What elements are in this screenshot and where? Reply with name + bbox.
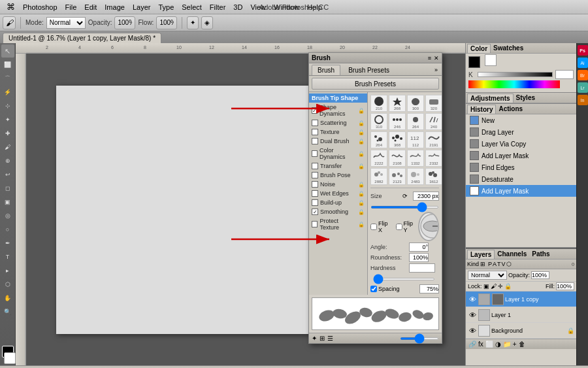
brush-option-shape-dynamics[interactable]: ✓ Shape Dynamics 🔒 bbox=[309, 103, 367, 118]
history-item-layer-via-copy[interactable]: Layer Via Copy bbox=[466, 138, 576, 150]
preset-12[interactable]: 368 bbox=[389, 131, 406, 148]
brush-option-texture[interactable]: Texture 🔒 bbox=[309, 127, 367, 137]
apple-icon[interactable]: ⌘ bbox=[3, 1, 19, 13]
preset-14[interactable]: 2191 bbox=[425, 131, 442, 148]
kind-filter-icon[interactable]: ⊞ bbox=[480, 261, 485, 267]
quick-select-tool[interactable]: ⚡ bbox=[1, 86, 14, 99]
wet-edges-checkbox[interactable] bbox=[312, 190, 318, 197]
preset-19[interactable]: 2332 bbox=[425, 150, 442, 167]
layers-tab[interactable]: Layers bbox=[467, 250, 495, 259]
gradient-tool[interactable]: ▣ bbox=[1, 195, 14, 209]
brush-option-protect-texture[interactable]: Protect Texture 🔒 bbox=[309, 216, 367, 232]
brush-panel-close[interactable]: ✕ bbox=[434, 55, 439, 61]
menu-3d[interactable]: 3D bbox=[229, 2, 246, 12]
preset-16[interactable]: 2222 bbox=[370, 150, 387, 167]
lasso-tool[interactable]: ⌒ bbox=[1, 72, 14, 85]
airbrush-button[interactable]: ✦ bbox=[187, 16, 199, 29]
brush-option-brush-pose[interactable]: Brush Pose bbox=[309, 171, 367, 180]
k-value-input[interactable] bbox=[555, 70, 574, 79]
brush-option-color-dynamics[interactable]: Color Dynamics 🔒 bbox=[309, 146, 367, 161]
type-filter[interactable]: T bbox=[497, 261, 501, 267]
layer-mode-select[interactable]: Normal bbox=[468, 271, 507, 280]
smartobject-filter[interactable]: ⬡ bbox=[506, 261, 512, 267]
brush-tab-brush[interactable]: Brush bbox=[312, 65, 340, 75]
brush-tab-presets[interactable]: Brush Presets bbox=[343, 65, 395, 75]
layer-delete-button[interactable]: 🗑 bbox=[519, 341, 525, 348]
flip-x-checkbox[interactable] bbox=[370, 224, 377, 230]
preset-9[interactable]: 240 bbox=[425, 113, 442, 130]
size-value-input[interactable] bbox=[413, 192, 439, 201]
layer-fx-button[interactable]: fx bbox=[478, 341, 483, 348]
preset-7[interactable]: 246 bbox=[389, 113, 406, 130]
menu-file[interactable]: File bbox=[61, 2, 81, 12]
adjustment-filter[interactable]: A bbox=[493, 261, 497, 267]
brush-tool[interactable]: 🖌 bbox=[1, 141, 14, 154]
preset-4[interactable]: 320 bbox=[425, 95, 442, 112]
history-tab[interactable]: History bbox=[467, 105, 496, 114]
size-slider[interactable] bbox=[370, 206, 439, 209]
brush-presets-button[interactable]: Brush Presets bbox=[312, 78, 439, 90]
dock-icon-3[interactable]: Br bbox=[578, 70, 588, 80]
spacing-input[interactable] bbox=[419, 284, 439, 293]
lock-position[interactable]: ✛ bbox=[498, 283, 503, 290]
lock-transparent[interactable]: ▣ bbox=[483, 283, 489, 290]
preset-6[interactable]: 310 bbox=[370, 113, 387, 130]
history-item-desaturate[interactable]: Desaturate bbox=[466, 173, 576, 185]
brush-grid-view[interactable]: ⊞ bbox=[319, 335, 325, 342]
channels-tab[interactable]: Channels bbox=[495, 250, 529, 259]
eraser-tool[interactable]: ◻ bbox=[1, 182, 14, 195]
brush-option-dual-brush[interactable]: Dual Brush 🔒 bbox=[309, 137, 367, 146]
brush-option-transfer[interactable]: Transfer 🔒 bbox=[309, 161, 367, 171]
adjustments-tab[interactable]: Adjustments bbox=[467, 93, 514, 103]
menu-type[interactable]: Type bbox=[154, 2, 178, 12]
crop-tool[interactable]: ⊹ bbox=[1, 99, 14, 112]
flip-x-label[interactable]: Flip X bbox=[370, 220, 388, 233]
tablet-pressure-button[interactable]: ◈ bbox=[201, 16, 213, 29]
layer-new-button[interactable]: + bbox=[513, 341, 517, 348]
preset-8[interactable]: 264 bbox=[407, 113, 424, 130]
shape-dynamics-checkbox[interactable]: ✓ bbox=[312, 107, 318, 114]
brush-list-view[interactable]: ☰ bbox=[327, 335, 333, 342]
spacing-checkbox[interactable] bbox=[370, 286, 377, 292]
history-brush-tool[interactable]: ↩ bbox=[1, 168, 14, 181]
pen-tool[interactable]: ✒ bbox=[1, 237, 14, 250]
buildup-checkbox[interactable] bbox=[312, 199, 318, 206]
size-random-button[interactable]: ⟳ bbox=[402, 193, 408, 199]
menu-filter[interactable]: Filter bbox=[206, 2, 229, 12]
layer-row-copy[interactable]: 👁 Layer 1 copy bbox=[466, 292, 576, 307]
layer-link-button[interactable]: 🔗 bbox=[468, 341, 476, 348]
brush-create-button[interactable]: ✦ bbox=[312, 335, 317, 342]
shape-tool[interactable]: ⬡ bbox=[1, 278, 14, 291]
move-tool[interactable]: ↖ bbox=[1, 44, 14, 58]
hardness-input[interactable] bbox=[409, 263, 435, 273]
dock-icon-5[interactable]: In bbox=[578, 95, 588, 105]
layer-visibility-1[interactable]: 👁 bbox=[468, 310, 477, 320]
background-swatch[interactable] bbox=[485, 54, 497, 66]
styles-tab[interactable]: Styles bbox=[514, 93, 538, 103]
hand-tool[interactable]: ✋ bbox=[1, 292, 14, 305]
eyedropper-tool[interactable]: ✦ bbox=[1, 113, 14, 126]
smoothing-checkbox[interactable]: ✓ bbox=[312, 209, 318, 215]
zoom-tool[interactable]: 🔍 bbox=[1, 305, 14, 318]
selection-tool[interactable]: ⬜ bbox=[1, 58, 14, 71]
brush-option-noise[interactable]: Noise 🔒 bbox=[309, 180, 367, 189]
flip-y-label[interactable]: Flip Y bbox=[396, 220, 414, 233]
brush-option-wet-edges[interactable]: Wet Edges 🔒 bbox=[309, 189, 367, 198]
text-tool[interactable]: T bbox=[1, 250, 14, 263]
clone-tool[interactable]: ⊕ bbox=[1, 154, 14, 167]
swatches-tab[interactable]: Swatches bbox=[491, 44, 526, 53]
texture-checkbox[interactable] bbox=[312, 129, 318, 135]
preset-1[interactable]: 210 bbox=[370, 95, 387, 112]
roundness-input[interactable] bbox=[409, 253, 429, 262]
brush-option-tip-shape[interactable]: Brush Tip Shape bbox=[309, 93, 367, 103]
lock-image[interactable]: 🖌 bbox=[491, 283, 497, 290]
history-item-new[interactable]: New bbox=[466, 114, 576, 126]
preset-17[interactable]: 2108 bbox=[389, 150, 406, 167]
healing-tool[interactable]: ✚ bbox=[1, 127, 14, 140]
flow-input[interactable] bbox=[156, 16, 177, 29]
layer-visibility-bg[interactable]: 👁 bbox=[468, 326, 477, 335]
brush-pose-checkbox[interactable] bbox=[312, 172, 318, 178]
history-item-add-mask2[interactable]: Add Layer Mask bbox=[466, 185, 576, 197]
paths-tab[interactable]: Paths bbox=[529, 250, 552, 259]
preset-22[interactable]: 2123 bbox=[389, 168, 406, 185]
